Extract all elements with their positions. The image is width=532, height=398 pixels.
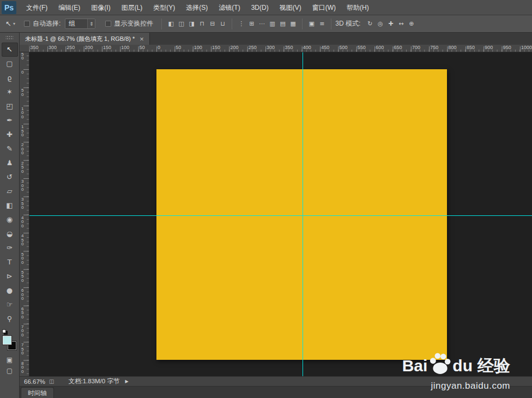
panel-grip[interactable] xyxy=(0,33,19,40)
default-colors-icon[interactable] xyxy=(2,329,6,333)
document-tab-strip: 未标题-1 @ 66.7% (颜色填充 1, RGB/8) * × xyxy=(20,33,532,45)
ruler-label: 550 xyxy=(358,45,366,50)
timeline-tab[interactable]: 时间轴 xyxy=(21,387,54,398)
eyedropper-tool[interactable]: ✒ xyxy=(2,113,18,128)
status-preview-icon: ◫ xyxy=(49,378,54,384)
gradient-tool[interactable]: ◧ xyxy=(2,198,18,213)
options-bar: ↖ ▾ 自动选择: 组 ⇕ 显示变换控件 ◧◫◨⊓⊟⊔ ⋮⊞⋯▥▤▦ ▣≡ 3D… xyxy=(0,15,532,33)
ruler-row: 3503002502001501005005010015020025030035… xyxy=(20,45,532,52)
ruler-label: 750 xyxy=(430,45,438,50)
ruler-label: 150 xyxy=(103,45,111,50)
align-left-edges-icon[interactable]: ◧ xyxy=(166,19,176,29)
document-tab-title: 未标题-1 @ 66.7% (颜色填充 1, RGB/8) * xyxy=(25,35,135,43)
menu-item[interactable]: 视图(V) xyxy=(274,0,307,15)
watermark-brand-suffix: du xyxy=(452,358,473,374)
menu-item[interactable]: 图层(L) xyxy=(116,0,148,15)
3d-slide-icon[interactable]: ↔ xyxy=(396,19,406,29)
extra-icons-group: ▣≡ xyxy=(306,19,327,29)
ruler-label: 2 5 0 xyxy=(21,161,23,174)
close-icon[interactable]: × xyxy=(140,35,144,43)
crop-tool[interactable]: ◰ xyxy=(2,99,18,113)
distribute-left-edges-icon[interactable]: ▥ xyxy=(267,19,277,29)
baidu-watermark: Bai du 经验 jingyan.baidu.com xyxy=(402,354,510,391)
3d-roll-icon[interactable]: ◎ xyxy=(375,19,385,29)
distribute-bottom-edges-icon[interactable]: ⋯ xyxy=(257,19,267,29)
distribute-vertical-centers-icon[interactable]: ⊞ xyxy=(246,19,257,29)
status-menu-arrow-icon[interactable]: ▶ xyxy=(125,379,128,384)
distribute-top-edges-icon[interactable]: ⋮ xyxy=(236,19,246,29)
distribute-icons-group: ⋮⊞⋯▥▤▦ xyxy=(236,19,298,29)
clone-stamp-tool[interactable]: ♟ xyxy=(2,156,18,170)
menu-item[interactable]: 图像(I) xyxy=(86,0,116,15)
menu-item[interactable]: 类型(Y) xyxy=(148,0,180,15)
move-tool[interactable]: ↖ xyxy=(2,43,18,57)
current-tool-preset[interactable]: ↖ ▾ xyxy=(5,20,15,28)
watermark-brand-cn: 经验 xyxy=(477,358,510,374)
show-transform-label: 显示变换控件 xyxy=(114,19,153,28)
healing-brush-tool[interactable]: ✚ xyxy=(2,128,18,142)
type-tool[interactable]: T xyxy=(2,255,18,269)
3d-scale-icon[interactable]: ⊕ xyxy=(406,19,416,29)
align-vertical-centers-icon[interactable]: ⊟ xyxy=(207,19,217,29)
align-right-edges-icon[interactable]: ◨ xyxy=(186,19,197,29)
menu-item[interactable]: 3D(D) xyxy=(246,0,274,15)
menu-item[interactable]: 编辑(E) xyxy=(53,0,86,15)
screen-mode-icon[interactable]: ▢ xyxy=(2,365,18,376)
menu-item[interactable]: 选择(S) xyxy=(180,0,213,15)
align-top-edges-icon[interactable]: ⊓ xyxy=(197,19,207,29)
quick-mask-mode-icon[interactable]: ▣ xyxy=(2,354,18,365)
quick-selection-tool[interactable]: ✶ xyxy=(2,85,18,99)
auto-align-layers-icon[interactable]: ▣ xyxy=(306,19,317,29)
rectangular-marquee-tool[interactable]: ▢ xyxy=(2,57,18,71)
align-horizontal-centers-icon[interactable]: ◫ xyxy=(176,19,186,29)
pen-tool[interactable]: ✑ xyxy=(2,241,18,255)
3d-rotate-icon[interactable]: ↻ xyxy=(365,19,375,29)
3d-mode-icons-group: ↻◎✚↔⊕ xyxy=(365,19,416,29)
hand-tool[interactable]: ☞ xyxy=(2,298,18,312)
arrange-icon[interactable]: ≡ xyxy=(317,19,327,29)
ruler-label: 500 xyxy=(340,45,348,50)
lasso-tool[interactable]: ϱ xyxy=(2,71,18,85)
foreground-color-swatch[interactable] xyxy=(3,336,11,345)
show-transform-checkbox[interactable] xyxy=(105,21,111,27)
vertical-ruler[interactable]: 5 005 01 0 01 5 02 0 02 5 03 0 03 5 04 0… xyxy=(20,52,29,376)
blur-tool[interactable]: ◉ xyxy=(2,213,18,227)
align-bottom-edges-icon[interactable]: ⊔ xyxy=(217,19,228,29)
ruler-label: 0 xyxy=(21,70,23,75)
path-selection-tool[interactable]: ⊳ xyxy=(2,269,18,284)
dodge-tool[interactable]: ◒ xyxy=(2,227,18,241)
brush-tool[interactable]: ✎ xyxy=(2,142,18,156)
history-brush-tool[interactable]: ↺ xyxy=(2,170,18,184)
auto-select-checkbox[interactable] xyxy=(24,21,30,27)
document-info: 文档:1.83M/0 字节 xyxy=(68,377,119,385)
distribute-horizontal-centers-icon[interactable]: ▤ xyxy=(277,19,288,29)
zoom-tool[interactable]: ⚲ xyxy=(2,312,18,326)
3d-drag-icon[interactable]: ✚ xyxy=(385,19,396,29)
ruler-corner[interactable] xyxy=(20,45,29,52)
menu-item[interactable]: 滤镜(T) xyxy=(213,0,245,15)
horizontal-ruler[interactable]: 3503002502001501005005010015020025030035… xyxy=(29,45,532,52)
eraser-tool[interactable]: ▱ xyxy=(2,184,18,198)
move-tool-icon: ↖ xyxy=(5,20,11,28)
distribute-right-edges-icon[interactable]: ▦ xyxy=(288,19,298,29)
separator xyxy=(232,19,232,29)
canvas-area[interactable] xyxy=(29,52,532,376)
ruler-label: 5 0 xyxy=(21,88,23,97)
ruler-label: 4 5 0 xyxy=(21,234,23,246)
menu-item[interactable]: 帮助(H) xyxy=(341,0,374,15)
document-tab[interactable]: 未标题-1 @ 66.7% (颜色填充 1, RGB/8) * × xyxy=(20,33,150,45)
ruler-label: 800 xyxy=(449,45,457,50)
document-canvas[interactable] xyxy=(156,69,447,360)
zoom-level-field[interactable]: 66.67% xyxy=(24,378,49,385)
shape-tool[interactable]: ● xyxy=(2,284,18,298)
ruler-label: 350 xyxy=(31,45,39,50)
menu-item[interactable]: 窗口(W) xyxy=(307,0,341,15)
menu-item[interactable]: 文件(F) xyxy=(21,0,53,15)
ruler-label: 650 xyxy=(394,45,402,50)
horizontal-guide xyxy=(29,215,532,216)
ruler-label: 50 xyxy=(176,45,181,50)
photoshop-logo: Ps xyxy=(2,1,16,14)
dropdown-stepper-icon[interactable]: ⇕ xyxy=(87,19,95,28)
auto-select-target-dropdown[interactable]: 组 ⇕ xyxy=(65,19,95,29)
ruler-label: 6 5 0 xyxy=(21,307,23,319)
